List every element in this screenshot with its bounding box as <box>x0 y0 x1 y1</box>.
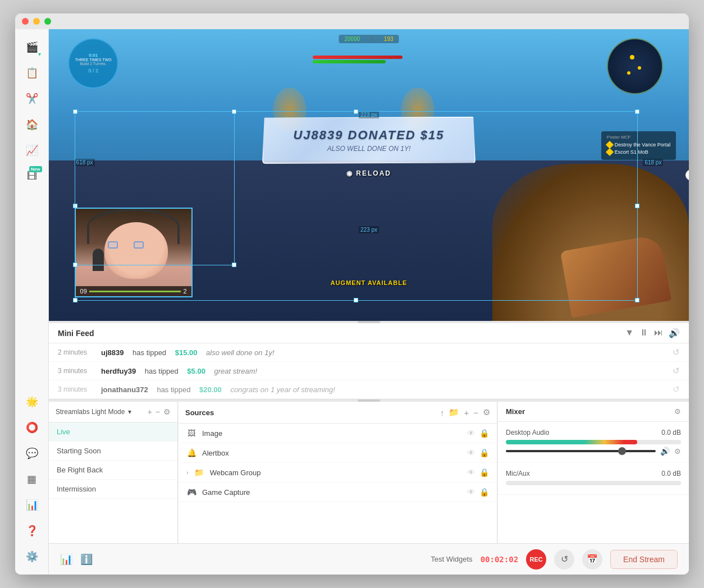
mixer-desktop-level <box>506 440 681 444</box>
sidebar-icon-chat[interactable]: 💬 <box>21 442 43 465</box>
sidebar: 🎬▾ 📋 ✂️ 🏠 📈 🎞 New 🌟 ⭕ 💬 ▦ 📊 ❓ ⚙️ <box>15 29 49 575</box>
handle-bl[interactable] <box>73 298 77 302</box>
feed-replay-0[interactable]: ↺ <box>673 347 680 357</box>
sidebar-icon-analytics[interactable]: 📈 <box>21 139 43 162</box>
sidebar-icon-copy[interactable]: 📋 <box>21 62 43 84</box>
mixer-desktop-controls: 🔊 ⚙ <box>506 447 681 456</box>
filter-icon[interactable]: ▼ <box>625 328 634 338</box>
webcam-handle-tr[interactable] <box>232 109 236 114</box>
source-item-game-capture[interactable]: 🎮 Game Capture 👁 🔒 <box>179 483 497 502</box>
scenes-mode-label: Streamlabs Light Mode ▾ <box>56 408 131 416</box>
preview-area[interactable]: 09 2 0:01 THREE TIMES TWO Build 2 Turret… <box>49 29 689 321</box>
sidebar-icon-video[interactable]: 🎬▾ <box>21 36 43 58</box>
sidebar-icon-home[interactable]: 🏠 <box>21 113 43 136</box>
source-game-lock-icon[interactable]: 🔒 <box>479 488 489 497</box>
source-expand-icon[interactable]: › <box>186 469 189 476</box>
px-label-right: 618 px <box>643 159 663 166</box>
health-bar-red <box>313 56 403 59</box>
sidebar-icon-settings[interactable]: ⚙️ <box>21 545 43 568</box>
volume-icon[interactable]: 🔊 <box>669 328 680 338</box>
scenes-mode-text: Streamlabs Light Mode <box>56 408 125 416</box>
source-item-alertbox[interactable]: 🔔 Alertbox 👁 🔒 <box>179 443 497 463</box>
scenes-add-button[interactable]: + <box>148 407 152 416</box>
mini-feed-controls: ▼ ⏸ ⏭ 🔊 <box>625 328 680 338</box>
mixer-desktop-header: Desktop Audio 0.0 dB <box>506 429 681 437</box>
scene-item-live[interactable]: Live <box>49 422 177 442</box>
sources-gear-icon[interactable]: ⚙ <box>483 407 490 417</box>
sidebar-icon-tools[interactable]: ✂️ <box>21 88 43 110</box>
mixer-channel-mic: Mic/Aux 0.0 dB <box>498 463 689 495</box>
status-right-controls: Test Widgets 00:02:02 REC ↺ 📅 End Stream <box>431 549 678 569</box>
feed-replay-1[interactable]: ↺ <box>673 366 680 376</box>
sidebar-icon-notifications[interactable]: 🌟 <box>21 391 43 413</box>
source-eye-icon[interactable]: 👁 <box>467 429 475 438</box>
info-icon[interactable]: ℹ️ <box>80 553 93 566</box>
source-item-image[interactable]: 🖼 Image 👁 🔒 <box>179 424 497 443</box>
mixer-desktop-gear-icon[interactable]: ⚙ <box>674 447 681 456</box>
mixer-channel-desktop: Desktop Audio 0.0 dB 🔊 <box>498 422 689 463</box>
health-bars <box>313 56 425 63</box>
app-body: 🎬▾ 📋 ✂️ 🏠 📈 🎞 New 🌟 ⭕ 💬 ▦ 📊 ❓ ⚙️ <box>15 29 689 575</box>
minimize-dot[interactable] <box>33 18 40 25</box>
handle-mr[interactable] <box>635 204 639 208</box>
feed-time-1: 3 minutes <box>58 367 94 375</box>
source-image-name: Image <box>202 429 461 438</box>
scene-item-be-right-back[interactable]: Be Right Back <box>49 461 177 480</box>
webcam-handle-br[interactable] <box>232 263 236 267</box>
source-image-actions: 👁 🔒 <box>467 429 489 438</box>
mixer-desktop-mute-icon[interactable]: 🔊 <box>660 447 670 456</box>
source-item-webcam-group[interactable]: › 📁 Webcam Group 👁 🔒 <box>179 463 497 483</box>
sources-header: Sources ↑ 📁 + − ⚙ <box>179 402 497 424</box>
scene-item-intermission[interactable]: Intermission <box>49 480 177 499</box>
sources-add-button[interactable]: + <box>464 408 469 417</box>
mixer-mic-name: Mic/Aux <box>506 470 530 477</box>
scenes-dropdown-icon[interactable]: ▾ <box>128 408 131 416</box>
stats-icon[interactable]: 📊 <box>60 553 72 566</box>
sources-up-icon[interactable]: ↑ <box>440 408 445 417</box>
source-webcam-eye-icon[interactable]: 👁 <box>467 468 475 477</box>
webcam-handle-tl[interactable] <box>73 109 77 114</box>
mixer-title: Mixer <box>506 407 525 416</box>
rec-button[interactable]: REC <box>526 549 546 569</box>
source-lock-icon[interactable]: 🔒 <box>479 429 489 438</box>
feed-amount-0: $15.00 <box>175 348 198 357</box>
pause-icon[interactable]: ⏸ <box>639 328 648 338</box>
source-game-eye-icon[interactable]: 👁 <box>467 488 475 497</box>
scenes-remove-button[interactable]: − <box>156 407 160 416</box>
sidebar-icon-metrics[interactable]: 📊 <box>21 494 43 516</box>
webcam-handle-bl[interactable] <box>73 263 77 267</box>
close-dot[interactable] <box>22 18 29 25</box>
feed-message-0: also well done on 1y! <box>204 348 274 357</box>
end-stream-button[interactable]: End Stream <box>610 550 678 569</box>
revert-button[interactable]: ↺ <box>554 549 574 569</box>
skip-icon[interactable]: ⏭ <box>654 328 663 338</box>
schedule-button[interactable]: 📅 <box>582 549 602 569</box>
mixer-desktop-slider[interactable] <box>506 450 656 452</box>
scenes-settings-icon[interactable]: ⚙ <box>163 407 171 416</box>
feed-replay-2[interactable]: ↺ <box>673 384 680 394</box>
source-alert-eye-icon[interactable]: 👁 <box>467 448 475 457</box>
sidebar-icon-grid[interactable]: ▦ <box>21 468 43 490</box>
maximize-dot[interactable] <box>44 18 51 25</box>
mixer-settings-icon[interactable]: ⚙ <box>674 407 681 416</box>
source-alert-name: Alertbox <box>202 449 461 457</box>
mini-feed-title: Mini Feed <box>58 329 94 338</box>
minimap-dot-3 <box>627 71 630 75</box>
sidebar-icon-circle[interactable]: ⭕ <box>21 416 43 439</box>
sources-remove-button[interactable]: − <box>473 408 478 417</box>
status-left-icons: 📊 ℹ️ <box>60 553 93 566</box>
handle-tr[interactable] <box>635 109 639 114</box>
source-webcam-lock-icon[interactable]: 🔒 <box>479 468 489 477</box>
handle-tm[interactable] <box>354 109 358 114</box>
selection-box-webcam[interactable] <box>75 111 235 266</box>
feed-amount-1: $5.00 <box>187 367 205 375</box>
sources-folder-icon[interactable]: 📁 <box>449 407 459 417</box>
handle-bm[interactable] <box>354 298 358 302</box>
mixer-desktop-knob[interactable] <box>618 447 626 455</box>
sidebar-icon-new[interactable]: 🎞 New <box>21 165 43 187</box>
scene-item-starting-soon[interactable]: Starting Soon <box>49 442 177 461</box>
source-alert-lock-icon[interactable]: 🔒 <box>479 448 489 457</box>
handle-br[interactable] <box>635 298 639 302</box>
quest-title: THREE TIMES TWO <box>75 58 112 62</box>
sidebar-icon-help[interactable]: ❓ <box>21 520 43 542</box>
